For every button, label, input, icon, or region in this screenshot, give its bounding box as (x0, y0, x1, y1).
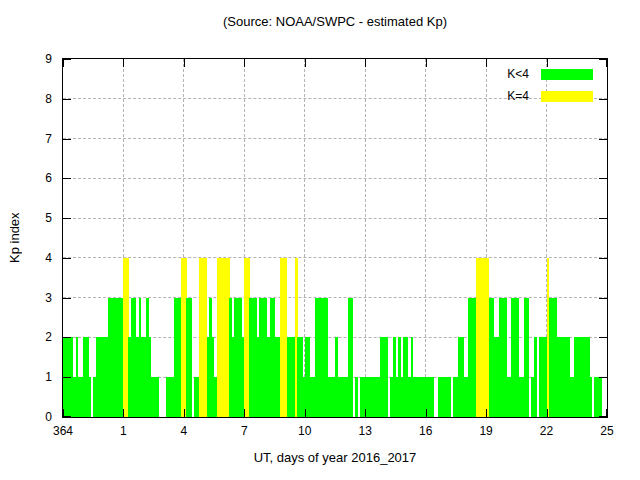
x-tick-label: 1 (101, 424, 145, 438)
kp-bar-klt4 (108, 298, 123, 417)
x-tick-bottom (184, 409, 185, 417)
kp-bar-klt4 (589, 377, 592, 417)
chart-title: (Source: NOAA/SWPC - estimated Kp) (30, 14, 640, 29)
kp-bar-keq4 (476, 258, 489, 417)
y-tick-label: 9 (0, 52, 52, 66)
y-tick-left (63, 59, 71, 60)
horizontal-gridline (63, 257, 607, 258)
kp-bar-klt4 (557, 337, 570, 417)
horizontal-gridline (63, 138, 607, 139)
kp-bar-klt4 (355, 377, 358, 417)
y-tick-right (599, 99, 607, 100)
y-axis-title: Kp index (6, 58, 22, 418)
legend-swatch-yellow (541, 91, 593, 102)
kp-bar-klt4 (348, 298, 353, 417)
y-tick-label: 2 (0, 330, 52, 344)
kp-bar-klt4 (88, 377, 91, 417)
x-tick-label: 13 (343, 424, 387, 438)
x-tick-top (426, 59, 427, 67)
vertical-gridline (425, 59, 426, 417)
x-tick-bottom (486, 409, 487, 417)
y-tick-right (599, 337, 607, 338)
y-tick-right (599, 139, 607, 140)
y-tick-label: 0 (0, 410, 52, 424)
y-tick-label: 4 (0, 251, 52, 265)
vertical-gridline (365, 59, 366, 417)
kp-bar-klt4 (438, 377, 451, 417)
kp-bar-klt4 (534, 337, 537, 417)
x-tick-label: 22 (525, 424, 569, 438)
x-tick-top (305, 59, 306, 67)
x-tick-top (606, 59, 607, 67)
kp-bar-klt4 (413, 377, 433, 417)
kp-bar-klt4 (360, 377, 380, 417)
x-tick-bottom (305, 409, 306, 417)
y-tick-right (599, 377, 607, 378)
y-tick-left (63, 178, 71, 179)
y-tick-label: 5 (0, 211, 52, 225)
y-tick-label: 8 (0, 92, 52, 106)
x-tick-bottom (365, 409, 366, 417)
y-tick-left (63, 416, 71, 417)
y-tick-right (599, 178, 607, 179)
x-tick-top (244, 59, 245, 67)
kp-bar-klt4 (380, 337, 388, 417)
x-tick-label: 7 (222, 424, 266, 438)
x-tick-bottom (426, 409, 427, 417)
x-tick-top (63, 59, 64, 67)
y-tick-left (63, 258, 71, 259)
kp-bar-klt4 (338, 377, 348, 417)
x-tick-label: 4 (162, 424, 206, 438)
x-tick-label: 364 (41, 424, 85, 438)
plot-area: K<4 K=4 (62, 58, 608, 418)
kp-bar-keq4 (217, 258, 230, 417)
x-tick-label: 10 (283, 424, 327, 438)
x-tick-top (123, 59, 124, 67)
y-tick-label: 3 (0, 291, 52, 305)
legend: K<4 K=4 (507, 63, 593, 107)
x-tick-label: 16 (404, 424, 448, 438)
kp-bar-klt4 (524, 298, 529, 417)
y-tick-label: 1 (0, 370, 52, 384)
x-tick-top (184, 59, 185, 67)
x-tick-bottom (606, 409, 607, 417)
horizontal-gridline (63, 178, 607, 179)
legend-entry-keq4: K=4 (507, 85, 593, 107)
y-tick-left (63, 377, 71, 378)
legend-label-keq4: K=4 (507, 89, 529, 103)
x-tick-bottom (123, 409, 124, 417)
y-tick-label: 7 (0, 132, 52, 146)
x-axis-title: UT, days of year 2016_2017 (30, 450, 640, 465)
y-tick-left (63, 337, 71, 338)
y-tick-right (599, 218, 607, 219)
x-tick-label: 25 (585, 424, 629, 438)
y-tick-left (63, 99, 71, 100)
y-tick-left (63, 139, 71, 140)
y-tick-left (63, 298, 71, 299)
kp-index-chart-page: { "chart_data": { "type": "bar", "title"… (0, 0, 640, 480)
horizontal-gridline (63, 218, 607, 219)
x-tick-bottom (547, 409, 548, 417)
y-tick-left (63, 218, 71, 219)
x-tick-top (486, 59, 487, 67)
x-tick-bottom (244, 409, 245, 417)
legend-label-klt4: K<4 (507, 67, 529, 81)
kp-bar-klt4 (594, 377, 602, 417)
x-tick-bottom (63, 409, 64, 417)
kp-bar-klt4 (151, 377, 159, 417)
kp-bar-klt4 (315, 298, 328, 417)
kp-bar-klt4 (574, 337, 589, 417)
x-tick-label: 19 (464, 424, 508, 438)
x-tick-top (365, 59, 366, 67)
y-tick-right (599, 258, 607, 259)
legend-swatch-green (541, 69, 593, 80)
legend-entry-klt4: K<4 (507, 63, 593, 85)
y-tick-right (599, 298, 607, 299)
kp-bar-klt4 (186, 298, 191, 417)
kp-bar-klt4 (96, 337, 109, 417)
y-tick-label: 6 (0, 171, 52, 185)
